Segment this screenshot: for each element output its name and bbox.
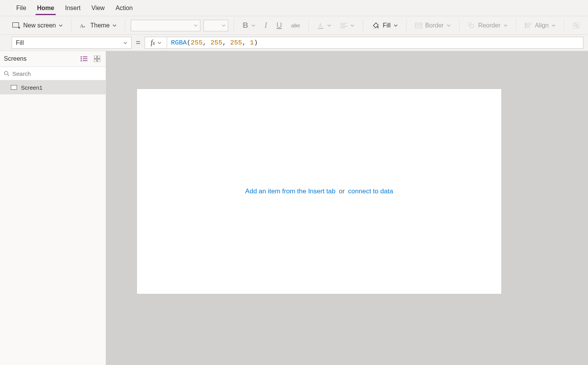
separator — [564, 19, 564, 32]
theme-label: Theme — [90, 22, 109, 29]
svg-text:a: a — [84, 25, 85, 28]
chevron-down-icon — [157, 41, 161, 45]
formula-input[interactable]: RGBA(255, 255, 255, 1) — [167, 37, 583, 49]
theme-icon: A a — [80, 22, 87, 29]
formula-token-arg0: 255 — [191, 39, 203, 46]
separator — [308, 19, 309, 32]
chevron-down-icon — [447, 24, 451, 27]
fx-icon: fx — [150, 39, 155, 47]
border-label: Border — [425, 22, 444, 29]
group-icon — [573, 22, 580, 29]
theme-button[interactable]: A a Theme — [77, 19, 120, 32]
chevron-down-icon — [113, 24, 116, 27]
canvas[interactable]: Add an item from the Insert tab or conne… — [137, 89, 501, 294]
chevron-down-icon — [327, 24, 331, 27]
menu-file[interactable]: File — [11, 2, 32, 15]
tree-search-input[interactable] — [12, 70, 102, 77]
font-size-dropdown[interactable] — [203, 20, 228, 31]
search-icon — [4, 71, 9, 76]
tree-list-view-icon[interactable] — [79, 53, 89, 64]
border-icon — [415, 23, 422, 28]
menu-bar: File Home Insert View Action — [0, 0, 588, 16]
border-button[interactable]: Border — [412, 19, 454, 32]
italic-icon: I — [265, 21, 267, 30]
hint-connect-link[interactable]: connect to data — [348, 188, 393, 195]
bold-button[interactable]: B — [239, 19, 258, 32]
chevron-down-icon — [123, 41, 127, 45]
text-align-button[interactable] — [337, 19, 357, 32]
reorder-button[interactable]: Reorder — [465, 19, 511, 32]
paint-bucket-icon — [372, 22, 379, 29]
chevron-down-icon — [251, 24, 255, 27]
formula-token-arg3: 1 — [250, 39, 254, 46]
tree-item-screen1[interactable]: Screen1 — [0, 80, 106, 94]
bold-icon: B — [243, 21, 248, 30]
separator — [459, 19, 460, 32]
menu-insert[interactable]: Insert — [60, 2, 86, 15]
svg-rect-4 — [318, 28, 323, 29]
text-align-icon — [340, 23, 347, 28]
screen-icon — [11, 85, 17, 90]
svg-rect-16 — [526, 23, 531, 25]
property-selector-value: Fill — [16, 39, 24, 46]
font-color-button[interactable]: A — [314, 19, 334, 32]
tree-view-pane: Screens — [0, 51, 106, 365]
tree-view-title: Screens — [4, 55, 27, 62]
tree-search[interactable] — [0, 67, 106, 80]
new-screen-icon — [12, 22, 20, 29]
font-family-dropdown[interactable] — [131, 20, 200, 31]
ribbon: New screen A a Theme B — [0, 16, 588, 35]
fx-button[interactable]: fx — [145, 37, 167, 49]
reorder-label: Reorder — [478, 22, 501, 29]
svg-text:A: A — [318, 22, 323, 28]
tree-thumbnail-view-icon[interactable] — [92, 53, 103, 64]
strikethrough-icon: abc — [291, 22, 300, 29]
separator — [125, 19, 125, 32]
svg-point-23 — [81, 58, 82, 60]
formula-token-arg1: 255 — [210, 39, 222, 46]
align-button[interactable]: Align — [522, 19, 559, 32]
svg-rect-27 — [94, 56, 97, 58]
fill-button[interactable]: Fill — [369, 19, 400, 32]
strikethrough-button[interactable]: abc — [288, 19, 303, 32]
underline-button[interactable]: U — [273, 19, 285, 32]
separator — [406, 19, 407, 32]
canvas-area: Add an item from the Insert tab or conne… — [106, 51, 588, 365]
property-selector[interactable]: Fill — [12, 37, 132, 49]
fill-label: Fill — [383, 22, 390, 29]
formula-token-fn: RGBA — [171, 39, 187, 46]
svg-rect-9 — [373, 28, 378, 29]
svg-rect-10 — [415, 23, 422, 28]
chevron-down-icon — [222, 24, 226, 27]
align-icon — [525, 22, 532, 29]
formula-bar: Fill = fx RGBA(255, 255, 255, 1) — [0, 35, 588, 51]
hint-insert-link[interactable]: Add an item from the Insert tab — [245, 188, 335, 195]
svg-rect-29 — [94, 59, 97, 62]
new-screen-label: New screen — [23, 22, 56, 29]
main-content: Screens — [0, 51, 588, 365]
tree-item-label: Screen1 — [21, 84, 43, 91]
svg-rect-14 — [470, 24, 473, 27]
group-button[interactable] — [570, 19, 583, 32]
svg-point-31 — [5, 72, 8, 75]
menu-action[interactable]: Action — [110, 2, 138, 15]
canvas-hint: Add an item from the Insert tab or conne… — [245, 188, 393, 195]
hint-or: or — [339, 188, 345, 195]
menu-view[interactable]: View — [86, 2, 110, 15]
chevron-down-icon — [350, 24, 354, 27]
tree-view-header: Screens — [0, 51, 106, 67]
chevron-down-icon — [504, 24, 508, 27]
menu-home[interactable]: Home — [32, 2, 60, 15]
chevron-down-icon — [59, 24, 63, 27]
svg-point-25 — [81, 60, 82, 61]
new-screen-button[interactable]: New screen — [9, 19, 66, 32]
svg-rect-28 — [97, 56, 100, 58]
reorder-icon — [468, 22, 475, 29]
equals-sign: = — [132, 35, 145, 51]
svg-text:A: A — [80, 23, 84, 29]
font-color-icon: A — [317, 22, 324, 29]
italic-button[interactable]: I — [262, 19, 270, 32]
underline-icon: U — [276, 21, 282, 30]
chevron-down-icon — [394, 24, 398, 27]
svg-rect-30 — [97, 59, 100, 62]
